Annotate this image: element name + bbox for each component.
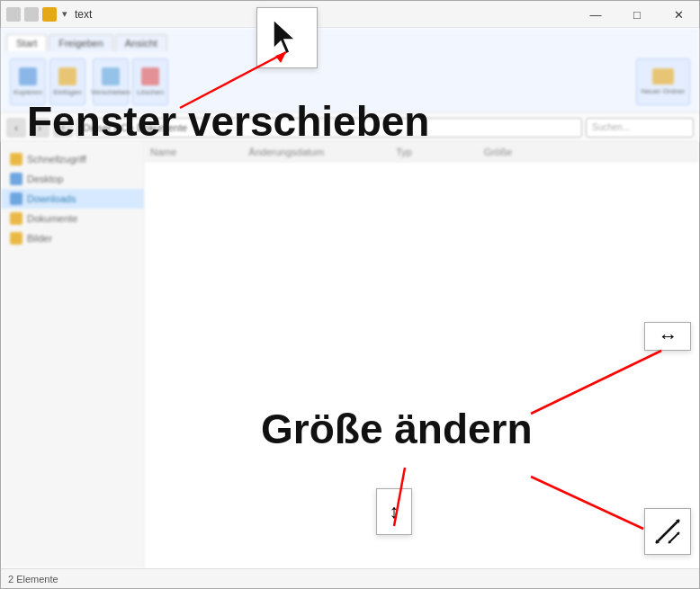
status-bar: 2 Elemente xyxy=(1,568,699,588)
newfolder-label: Neuer Ordner xyxy=(642,87,686,95)
window-controls: — □ ✕ xyxy=(575,1,699,28)
up-button[interactable]: ↑ xyxy=(53,118,73,138)
pictures-icon xyxy=(10,232,22,245)
save-icon xyxy=(24,7,39,22)
file-area: Name Änderungsdatum Typ Größe xyxy=(145,142,699,568)
paste-label: Einfügen xyxy=(53,88,82,96)
ribbon-tab-start[interactable]: Start xyxy=(6,34,47,51)
forward-button[interactable]: › xyxy=(30,118,49,138)
col-date: Änderungsdatum xyxy=(248,147,324,157)
quick-access-icon xyxy=(6,7,21,22)
ribbon-btn-delete[interactable]: Löschen xyxy=(132,58,168,105)
ribbon-content: Kopieren Einfügen Verschieben Löschen xyxy=(1,51,699,112)
copy-icon xyxy=(19,67,37,85)
ribbon-btn-paste[interactable]: Einfügen xyxy=(49,58,85,105)
title-bar-icons: ▾ xyxy=(6,7,67,22)
sidebar-item-documents[interactable]: Dokumente xyxy=(1,209,144,228)
address-bar: ‹ › ↑ Dieser PC › Dokumente Suchen... xyxy=(1,113,699,142)
col-size: Größe xyxy=(484,147,512,157)
newfolder-icon xyxy=(652,68,674,85)
title-bar: ▾ text — □ ✕ xyxy=(1,1,699,28)
ribbon-btn-newfolder[interactable]: Neuer Ordner xyxy=(636,58,690,105)
sidebar-item-pictures[interactable]: Bilder xyxy=(1,228,144,248)
search-placeholder: Suchen... xyxy=(592,122,630,132)
back-button[interactable]: ‹ xyxy=(6,118,26,138)
ribbon-btn-group-2: Verschieben Löschen xyxy=(93,58,168,105)
window-title: text xyxy=(75,8,92,21)
sidebar-label-documents: Dokumente xyxy=(27,213,77,224)
ribbon-btn-copy[interactable]: Kopieren xyxy=(10,58,46,105)
ribbon-tab-share[interactable]: Freigeben xyxy=(49,34,113,51)
address-path: Dieser PC › Dokumente xyxy=(83,122,187,133)
search-field[interactable]: Suchen... xyxy=(586,118,694,138)
window-frame: ▾ text — □ ✕ Start Freigeben Ansicht Kop… xyxy=(0,0,700,589)
maximize-button[interactable]: □ xyxy=(616,1,658,28)
copy-label: Kopieren xyxy=(13,88,42,96)
sidebar: Schnellzugriff Desktop Downloads Dokumen… xyxy=(1,142,145,568)
ribbon-tab-view[interactable]: Ansicht xyxy=(115,34,167,51)
downloads-icon xyxy=(10,192,22,205)
delete-icon xyxy=(141,67,159,85)
sidebar-item-quickaccess[interactable]: Schnellzugriff xyxy=(1,149,144,169)
file-list-header: Name Änderungsdatum Typ Größe xyxy=(145,142,699,162)
dropdown-arrow-icon: ▾ xyxy=(62,8,67,20)
sidebar-item-desktop[interactable]: Desktop xyxy=(1,169,144,189)
sidebar-item-downloads[interactable]: Downloads xyxy=(1,189,144,209)
ribbon-btn-move[interactable]: Verschieben xyxy=(93,58,129,105)
minimize-button[interactable]: — xyxy=(575,1,616,28)
main-area: Schnellzugriff Desktop Downloads Dokumen… xyxy=(1,142,699,568)
sidebar-label-desktop: Desktop xyxy=(27,174,63,184)
address-field[interactable]: Dieser PC › Dokumente xyxy=(76,118,582,138)
col-name: Name xyxy=(150,147,176,157)
quickaccess-icon xyxy=(10,153,22,165)
desktop-icon xyxy=(10,173,22,185)
move-label: Verschieben xyxy=(91,88,130,96)
paste-icon xyxy=(58,67,76,85)
close-button[interactable]: ✕ xyxy=(658,1,699,28)
col-type: Typ xyxy=(396,147,412,157)
sidebar-label-pictures: Bilder xyxy=(27,233,52,244)
ribbon: Start Freigeben Ansicht Kopieren Einfüge… xyxy=(1,28,699,113)
status-text: 2 Elemente xyxy=(8,574,58,585)
ribbon-tabs: Start Freigeben Ansicht xyxy=(1,28,699,51)
sidebar-label-quickaccess: Schnellzugriff xyxy=(27,154,86,165)
folder-icon xyxy=(42,7,57,22)
sidebar-label-downloads: Downloads xyxy=(27,193,76,204)
delete-label: Löschen xyxy=(137,88,164,96)
move-icon xyxy=(102,67,120,85)
ribbon-btn-group-1: Kopieren Einfügen xyxy=(10,58,85,105)
documents-icon xyxy=(10,212,22,225)
